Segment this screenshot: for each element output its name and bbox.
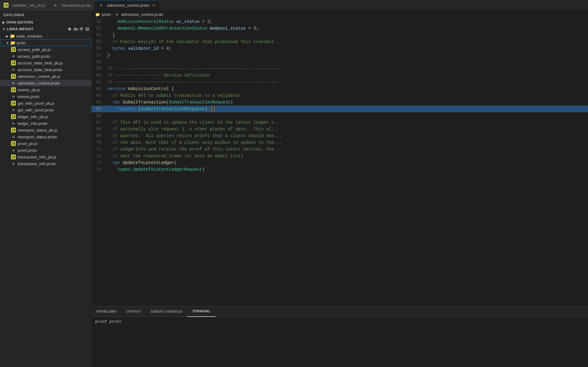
proto-folder-label: proto (17, 41, 26, 45)
code-line-52: 52 AdmissionControlStatus ac_status = 2; (91, 18, 588, 25)
breadcrumb-folder-icon: 📁 (95, 12, 100, 17)
line-content: types.UpdateToLatestLedgerRequest) (106, 166, 588, 173)
line-number: 56 (91, 45, 106, 52)
breadcrumb-part1: proto (102, 12, 111, 17)
list-item[interactable]: JS proof_pb.js (0, 140, 91, 147)
code-line-67: 67 // This API is used to update the cli… (91, 119, 588, 126)
line-content: rpc SubmitTransaction(SubmitTransactionR… (106, 99, 588, 106)
line-number: 74 (91, 166, 106, 173)
js-file-icon: JS (11, 87, 16, 92)
line-number: 68 (91, 126, 106, 133)
tab-admission-control[interactable]: ≡ admission_control.proto × (95, 0, 159, 11)
list-item[interactable]: ≡ mempool_status.proto (0, 133, 91, 140)
node-modules-item[interactable]: ▶ 📁 node_modules (0, 33, 91, 39)
libra-weight-header[interactable]: ▼ LIBRA-WEIGHT ⊕ 🗁 ⟳ ⊟ (0, 25, 91, 33)
new-folder-icon[interactable]: 🗁 (74, 27, 78, 31)
list-item[interactable]: ≡ ledger_info.proto (0, 120, 91, 127)
list-item[interactable]: JS transaction_info_pb.js (0, 154, 91, 160)
code-line-72: 72 // omit the requested_items (or pass … (91, 153, 588, 159)
code-line-71: 71 // LedgerInfo and receive the proof o… (91, 146, 588, 153)
tab-problems[interactable]: PROBLEMS (91, 306, 121, 317)
list-item[interactable]: ≡ events.proto (0, 93, 91, 100)
list-item[interactable]: ≡ account_state_blob.proto (0, 66, 91, 73)
new-file-icon[interactable]: ⊕ (68, 27, 72, 31)
proto-file-icon: ≡ (11, 121, 16, 126)
line-number: 69 (91, 133, 106, 139)
line-content: // ------------------ Service definition (106, 72, 588, 79)
terminal-content[interactable]: proof proto (91, 317, 588, 367)
list-item[interactable]: ≡ get_with_proof.proto (0, 107, 91, 113)
list-item[interactable]: JS admission_control_pb.js (0, 73, 91, 80)
line-number: 67 (91, 119, 106, 126)
list-item-selected[interactable]: ≡ admission_control.proto (0, 80, 91, 86)
code-line-60: 60 // ------------------ Service definit… (91, 72, 588, 79)
list-item[interactable]: JS get_with_proof_pb.js (0, 100, 91, 107)
line-number: 65 (91, 106, 106, 112)
line-number: 70 (91, 139, 106, 146)
file-label: ledger_info_pb.js (18, 114, 48, 119)
editor-area: 📁 proto › ≡ admission_control.proto 52 A… (91, 11, 588, 367)
breadcrumb-file-icon: ≡ (114, 12, 119, 17)
open-editors-section: ▶ OPEN EDITORS (0, 19, 91, 25)
list-item[interactable]: JS mempool_status_pb.js (0, 127, 91, 133)
tab-output[interactable]: OUTPUT (121, 306, 146, 317)
list-item[interactable]: JS access_path_pb.js (0, 46, 91, 53)
tab-label: transaction.proto (61, 3, 91, 8)
list-item[interactable]: JS account_state_blob_pb.js (0, 60, 91, 66)
line-number: 59 (91, 65, 106, 72)
terminal-output: proof proto (95, 319, 121, 324)
file-label: events.proto (18, 94, 40, 99)
code-line-55: 55 // Public key(id) of the validator th… (91, 38, 588, 45)
line-content: } (106, 32, 588, 38)
list-item[interactable]: ≡ proof.proto (0, 147, 91, 154)
js-file-icon: JS (11, 114, 16, 119)
line-number: 55 (91, 38, 106, 45)
line-number: 58 (91, 59, 106, 65)
open-editors-header[interactable]: ▶ OPEN EDITORS (0, 19, 91, 25)
code-editor[interactable]: 52 AdmissionControlStatus ac_status = 2;… (91, 18, 588, 306)
line-content: // queries. All queries return proofs th… (106, 133, 588, 139)
explorer-title: EXPLORER (0, 11, 91, 19)
libra-weight-label: LIBRA-WEIGHT (7, 27, 33, 31)
list-item[interactable]: JS ledger_info_pb.js (0, 113, 91, 120)
line-content: // -------------------------------------… (106, 65, 588, 72)
line-content: AdmissionControlStatus ac_status = 2; (106, 18, 588, 25)
proto-folder-item[interactable]: ▼ 📂 proto (0, 39, 91, 46)
list-item[interactable]: ≡ access_path.proto (0, 53, 91, 60)
code-line-68: 68 // optionally also request 1..n other… (91, 126, 588, 133)
js-file-icon: JS (11, 60, 16, 65)
line-content (106, 59, 588, 65)
line-content: } (106, 52, 588, 59)
tab-transaction[interactable]: ≡ transaction.proto (49, 0, 95, 11)
breadcrumb: 📁 proto › ≡ admission_control.proto (91, 11, 588, 18)
proto-file-icon: ≡ (11, 54, 16, 59)
list-item[interactable]: JS events_pb.js (0, 86, 91, 93)
line-content: // -------------------------------------… (106, 79, 588, 85)
code-line-63: 63 // Public API to submit transaction t… (91, 92, 588, 99)
collapse-all-icon[interactable]: ⊟ (85, 27, 89, 31)
code-line-66: 66 (91, 112, 588, 119)
open-folder-icon: 📂 (10, 40, 16, 45)
file-label: proof_pb.js (18, 141, 37, 146)
refresh-icon[interactable]: ⟳ (80, 27, 84, 31)
code-line-56: 56 bytes validator_id = 4; (91, 45, 588, 52)
js-file-icon: JS (11, 154, 16, 159)
code-line-59: 59 // ----------------------------------… (91, 65, 588, 72)
tab-terminal[interactable]: TERMINAL (187, 306, 216, 317)
line-content (106, 112, 588, 119)
proto-icon: ≡ (53, 3, 58, 8)
tab-debug-console[interactable]: DEBUG CONSOLE (146, 306, 188, 317)
main-area: EXPLORER ▶ OPEN EDITORS ▼ LIBRA-WEIGHT ⊕… (0, 11, 588, 367)
line-content: service AdmissionControl { (106, 85, 588, 92)
tab-validator-set[interactable]: JS validator_set_pb.js (0, 0, 49, 11)
proto-file-icon: ≡ (11, 107, 16, 112)
tab-close-icon[interactable]: × (152, 3, 155, 8)
sidebar: EXPLORER ▶ OPEN EDITORS ▼ LIBRA-WEIGHT ⊕… (0, 11, 91, 367)
line-content: // Public API to submit transaction to a… (106, 92, 588, 99)
line-number: 53 (91, 25, 106, 32)
line-number: 57 (91, 52, 106, 59)
file-label: transaction_info_pb.js (18, 155, 56, 159)
code-line-62: 62 service AdmissionControl { (91, 85, 588, 92)
list-item[interactable]: ≡ transaction_info.proto (0, 160, 91, 167)
file-label: account_state_blob.proto (18, 67, 62, 72)
